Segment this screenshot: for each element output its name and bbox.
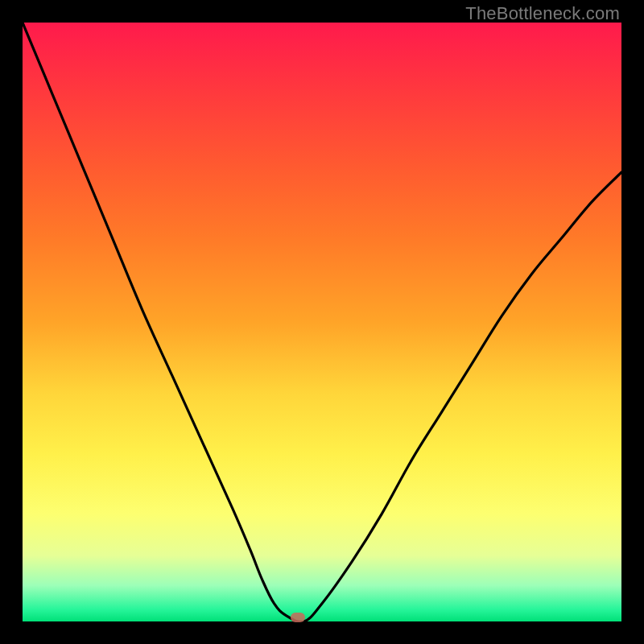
optimal-point-marker (291, 613, 305, 622)
watermark-text: TheBottleneck.com (465, 3, 620, 24)
bottleneck-curve (23, 23, 621, 621)
